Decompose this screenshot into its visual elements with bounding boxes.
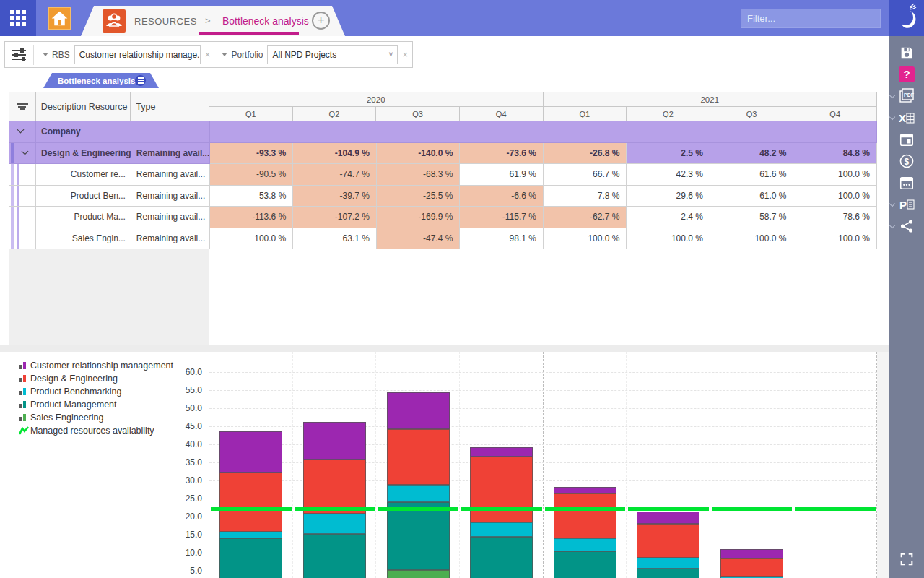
breadcrumb-active-doc[interactable]: Bottleneck analysis (222, 15, 309, 27)
export-pdf-button[interactable]: PDF (889, 85, 924, 107)
table-row-product-ma-[interactable]: Product Ma...Remaining avail...-113.6 %-… (9, 207, 877, 228)
bar-2021-Q1-product-management[interactable] (554, 551, 616, 578)
value-cell-2021-q4[interactable]: 78.6 % (793, 207, 877, 228)
value-cell-2020-q2[interactable]: -74.7 % (293, 164, 377, 186)
value-cell-2020-q4[interactable]: 61.9 % (460, 164, 544, 186)
value-cell-2021-q1[interactable]: 100.0 % (544, 228, 627, 250)
bar-2020-Q2-product-benchmarking[interactable] (303, 514, 366, 534)
export-powerpoint-button[interactable]: P (889, 194, 924, 215)
bar-2020-Q4-product-management[interactable] (470, 537, 533, 578)
bar-2020-Q3-design-engineering[interactable] (387, 429, 450, 486)
column-header-type[interactable]: Type (131, 92, 209, 121)
value-cell-2020-q2[interactable]: -107.2 % (293, 207, 377, 228)
resource-type-cell[interactable]: Remaining avail... (131, 143, 210, 165)
bar-2021-Q2-design-engineering[interactable] (637, 524, 699, 558)
value-cell-2021-q2[interactable]: 42.3 % (627, 164, 710, 186)
value-cell-2020-q3[interactable]: -68.3 % (377, 164, 461, 186)
bar-2020-Q2-product-management[interactable] (303, 534, 366, 578)
table-row-sales-engin-[interactable]: Sales Engin...Remaining avail...100.0 %6… (9, 228, 877, 250)
value-cell-2020-q4[interactable]: 98.1 % (460, 228, 544, 250)
value-cell-2020-q3[interactable]: -169.9 % (377, 207, 461, 228)
resource-name-cell[interactable]: Product Ma... (36, 207, 131, 228)
help-button[interactable]: ? (889, 64, 924, 85)
portfolio-select[interactable]: All NPD Projects ˅ (267, 45, 398, 64)
value-cell-2021-q1[interactable]: 66.7 % (544, 164, 627, 186)
table-row-product-ben-[interactable]: Product Ben...Remaining avail...53.8 %-3… (9, 186, 877, 207)
value-cell-2020-q1[interactable]: -113.6 % (210, 207, 294, 228)
resource-name-cell[interactable]: Sales Engin... (36, 228, 131, 250)
document-tab[interactable]: RESOURCES > Bottleneck analysis + (81, 6, 345, 36)
value-cell-2021-q3[interactable]: 58.7 % (710, 207, 794, 228)
filter-settings-icon[interactable] (11, 48, 27, 62)
bar-2021-Q2-product-benchmarking[interactable] (637, 558, 699, 569)
value-cell-2020-q1[interactable]: -90.5 % (210, 164, 294, 186)
row-options-header-cell[interactable] (9, 92, 36, 121)
value-cell-2020-q4[interactable]: -6.6 % (460, 186, 544, 207)
value-cell-2020-q3[interactable]: -25.5 % (377, 186, 461, 207)
value-cell-2021-q3[interactable]: 61.6 % (710, 164, 794, 186)
fullscreen-button[interactable] (899, 551, 915, 567)
legend-item-product-benchmarking[interactable]: Product Benchmarking (19, 385, 173, 398)
value-cell-2021-q2[interactable]: 29.6 % (627, 186, 710, 207)
resource-type-cell[interactable]: Remaining avail... (131, 164, 210, 186)
bar-2021-Q1-design-engineering[interactable] (554, 493, 616, 538)
bar-2020-Q1-product-benchmarking[interactable] (219, 532, 282, 538)
legend-item-sales-engineering[interactable]: Sales Engineering (19, 411, 173, 424)
home-button[interactable] (48, 7, 71, 30)
collapse-row-icon[interactable] (22, 147, 29, 155)
value-cell-2021-q3[interactable]: 61.0 % (710, 186, 794, 207)
value-cell-2020-q2[interactable]: -39.7 % (293, 186, 377, 207)
resource-type-cell[interactable]: Remaining avail... (131, 207, 210, 228)
bar-2021-Q2-customer-relationship-management[interactable] (637, 512, 699, 525)
bar-2020-Q3-product-management[interactable] (387, 502, 450, 570)
bar-2021-Q2-product-management[interactable] (637, 569, 699, 578)
bar-2020-Q4-product-benchmarking[interactable] (470, 522, 533, 537)
value-cell-2021-q3[interactable]: 100.0 % (710, 228, 794, 250)
legend-item-managed-resources-availability[interactable]: Managed resources availability (19, 424, 173, 437)
bar-2021-Q3-customer-relationship-management[interactable] (720, 549, 783, 558)
value-cell-2021-q2[interactable]: 2.4 % (627, 207, 710, 228)
value-cell-2021-q1[interactable]: 7.8 % (544, 186, 627, 207)
value-cell-2020-q2[interactable]: -104.9 % (293, 143, 377, 165)
portfolio-dropdown-caret[interactable] (222, 53, 227, 56)
calendar-view-button[interactable] (889, 129, 924, 150)
value-cell-2020-q1[interactable]: 53.8 % (210, 186, 294, 207)
value-cell-2021-q2[interactable]: 2.5 % (627, 143, 710, 165)
resource-name-cell[interactable]: Design & Engineering (36, 143, 131, 165)
table-row-customer-re-[interactable]: Customer re...Remaining avail...-90.5 %-… (9, 164, 877, 186)
bar-2020-Q2-design-engineering[interactable] (303, 460, 366, 514)
bar-2020-Q3-product-benchmarking[interactable] (387, 485, 450, 502)
value-cell-2020-q2[interactable]: 63.1 % (293, 228, 377, 250)
value-cell-2020-q4[interactable]: -115.7 % (460, 207, 544, 228)
value-cell-2020-q3[interactable]: -140.0 % (377, 143, 461, 165)
value-cell-2021-q4[interactable]: 84.8 % (793, 143, 877, 165)
legend-item-customer-relationship-management[interactable]: Customer relationship management (19, 359, 173, 372)
cost-button[interactable]: $ (889, 150, 924, 172)
value-cell-2021-q4[interactable]: 100.0 % (793, 228, 877, 250)
resource-name-cell[interactable]: Product Ben... (36, 186, 131, 207)
save-button[interactable] (889, 42, 924, 64)
column-header-description[interactable]: Description Resource (36, 92, 131, 121)
bar-2021-Q1-customer-relationship-management[interactable] (554, 487, 616, 493)
value-cell-2021-q3[interactable]: 48.2 % (710, 143, 794, 165)
bar-2020-Q1-customer-relationship-management[interactable] (219, 431, 282, 473)
value-cell-2020-q1[interactable]: 100.0 % (210, 228, 294, 250)
resource-type-cell[interactable]: Remaining avail... (131, 228, 210, 250)
export-excel-button[interactable]: X (889, 107, 924, 129)
rbs-value[interactable]: Customer relationship manage... (74, 45, 201, 64)
value-cell-2021-q1[interactable]: -62.7 % (544, 207, 627, 228)
view-tab-menu-button[interactable] (135, 75, 146, 86)
company-label-cell[interactable]: Company (36, 121, 131, 143)
table-row-design-engineering[interactable]: Design & EngineeringRemaining avail...-9… (9, 143, 877, 165)
bar-2020-Q2-customer-relationship-management[interactable] (303, 422, 366, 460)
portfolio-clear-button[interactable]: × (398, 49, 412, 60)
app-launcher-button[interactable] (0, 0, 36, 36)
view-tab-bottleneck-analysis[interactable]: Bottleneck analysis * (43, 73, 159, 88)
resource-name-cell[interactable]: Customer re... (36, 164, 131, 186)
value-cell-2020-q4[interactable]: -73.6 % (460, 143, 544, 165)
legend-item-design-engineering[interactable]: Design & Engineering (19, 372, 173, 385)
filter-input[interactable] (741, 9, 881, 28)
bar-2020-Q1-product-management[interactable] (219, 538, 282, 578)
bar-2020-Q1-design-engineering[interactable] (219, 473, 282, 532)
new-tab-button[interactable]: + (312, 12, 330, 30)
